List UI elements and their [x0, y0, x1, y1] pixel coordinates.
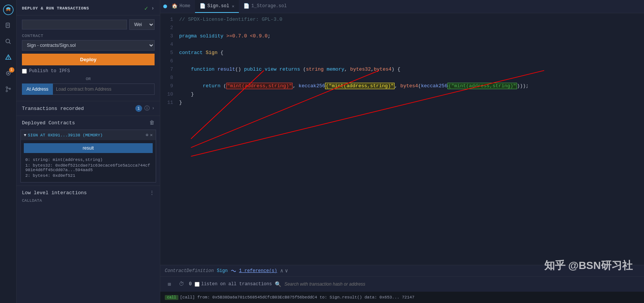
line-content-4: [179, 42, 644, 47]
code-line-9: 9 return ("mint(address,string)", keccak…: [160, 83, 644, 91]
tab-storage-sol[interactable]: 📄 1_Storage.sol: [239, 0, 291, 13]
svg-rect-1: [6, 23, 9, 28]
sign-tab-icon: 📄: [200, 3, 206, 9]
output-0: 0: string: mint(address,string): [25, 158, 151, 162]
info-icon: ⓘ: [144, 105, 150, 112]
search-tx-icon[interactable]: 🔍: [275, 281, 281, 288]
unit-select[interactable]: Wei Gwei Ether: [129, 19, 155, 30]
tab-storage-label: 1_Storage.sol: [251, 3, 287, 9]
contract-select[interactable]: Sign - contracts/Sign.sol: [22, 40, 155, 51]
line-num-11: 11: [160, 100, 179, 105]
tx-count: 0: [189, 281, 192, 287]
code-line-5: 5 contract Sign {: [160, 49, 644, 58]
listen-all-checkbox[interactable]: [195, 282, 200, 287]
route-icon: [231, 268, 236, 274]
contract-instance-name: SIGN AT 0XD91...39138 (MEMORY): [28, 133, 144, 138]
result-outputs: 0: string: mint(address,string) 1: bytes…: [21, 156, 156, 182]
tab-sign-sol[interactable]: 📄 Sign.sol ✕: [195, 0, 239, 13]
line-content-11: }: [179, 100, 644, 105]
ref-link[interactable]: 1 reference(s): [239, 268, 277, 274]
transactions-header[interactable]: Transactions recorded 1 ⓘ ›: [17, 101, 160, 116]
output-1-text: 1: bytes32: 0xd0ef521cdae71c63ecace6f1e5…: [25, 163, 150, 172]
output-1: 1: bytes32: 0xd0ef521cdae71c63ecace6f1e5…: [25, 163, 151, 172]
value-input[interactable]: 0: [22, 20, 127, 29]
arrow-icon: ›: [151, 5, 155, 11]
tx-search-input[interactable]: [284, 281, 639, 287]
line-num-3: 3: [160, 33, 179, 39]
collapse-arrow-icon[interactable]: ▼: [24, 133, 26, 138]
contract-instance-header: ▼ SIGN AT 0XD91...39138 (MEMORY) ⊕ ✕: [21, 130, 156, 140]
listen-all-label[interactable]: listen on all transactions: [201, 281, 272, 287]
code-editor[interactable]: 1 // SPDX-License-Identifier: GPL-3.0 2 …: [160, 13, 644, 265]
tx-badge: 1: [135, 105, 142, 112]
svg-line-5: [9, 42, 11, 44]
tx-search-bar: ⊞ ⏱ 0 listen on all transactions 🔍: [160, 277, 644, 292]
sidebar-icons: 1: [0, 0, 17, 303]
publish-ipfs-label[interactable]: Publish to IPFS: [29, 68, 70, 74]
search-icon[interactable]: [2, 35, 15, 48]
line-content-3: pragma solidity >=0.7.0 <0.9.0;: [179, 33, 644, 39]
listen-checkbox: listen on all transactions: [195, 281, 272, 287]
call-badge: call: [165, 295, 178, 300]
line-num-1: 1: [160, 17, 179, 22]
result-button[interactable]: result: [24, 143, 153, 153]
code-line-10: 10 }: [160, 91, 644, 99]
contract-def-bar: ContractDefinition Sign 1 reference(s) ∧…: [160, 265, 644, 277]
debugger-icon[interactable]: 1: [2, 66, 15, 80]
bottom-bar: ContractDefinition Sign 1 reference(s) ∧…: [160, 265, 644, 303]
debugger-badge: 1: [9, 67, 14, 73]
deploy-panel: DEPLOY & RUN TRANSACTIONS ✓ › 0 Wei Gwei…: [17, 0, 160, 303]
line-content-5: contract Sign {: [179, 50, 644, 56]
code-line-6: 6: [160, 58, 644, 66]
remix-logo-icon[interactable]: [2, 3, 15, 17]
tx-log-text: [call] from: 0x5B38Da6a701c568545dCfcB03…: [180, 295, 415, 300]
storage-tab-icon: 📄: [243, 3, 249, 9]
nav-down-icon[interactable]: ∨: [285, 267, 288, 274]
low-level-label: Low level interactions: [22, 190, 149, 196]
line-num-5: 5: [160, 50, 179, 56]
svg-point-10: [8, 73, 9, 74]
tx-log-area: call [call] from: 0x5B38Da6a701c568545dC…: [160, 292, 644, 303]
clock-icon[interactable]: ⏱: [177, 280, 186, 289]
line-num-2: 2: [160, 25, 179, 31]
copy-icon[interactable]: ⊕: [146, 132, 149, 138]
contract-close-icon[interactable]: ✕: [150, 132, 153, 138]
line-content-7: function result() public view returns (s…: [179, 66, 644, 72]
or-divider: OR: [22, 77, 155, 81]
home-tab-icon: 🏠: [172, 3, 178, 9]
line-num-10: 10: [160, 91, 179, 97]
value-section: 0 Wei Gwei Ether CONTRACT Sign - contrac…: [17, 15, 160, 101]
deploy-icon[interactable]: [2, 51, 15, 64]
nav-up-icon[interactable]: ∧: [280, 267, 283, 274]
code-line-8: 8: [160, 74, 644, 83]
calldata-label: CALLDATA: [17, 198, 160, 204]
deployed-contracts-label: Deployed Contracts: [22, 120, 147, 126]
trash-icon[interactable]: 🗑: [149, 120, 155, 126]
git-icon[interactable]: [2, 82, 15, 96]
publish-ipfs-checkbox[interactable]: [22, 69, 27, 74]
deploy-button[interactable]: Deploy: [22, 54, 155, 65]
tabs-bar: 🏠 Home 📄 Sign.sol ✕ 📄 1_Storage.sol: [160, 0, 644, 13]
tab-sign-close-icon[interactable]: ✕: [232, 4, 234, 9]
contract-def-label: ContractDefinition: [165, 268, 214, 274]
files-icon[interactable]: [2, 19, 15, 32]
collapse-all-icon[interactable]: ⊞: [165, 280, 174, 289]
line-num-4: 4: [160, 42, 179, 47]
code-line-1: 1 // SPDX-License-Identifier: GPL-3.0: [160, 16, 644, 25]
check-icon: ✓: [144, 5, 148, 12]
line-num-6: 6: [160, 58, 179, 64]
svg-point-12: [6, 90, 8, 92]
svg-point-11: [6, 87, 8, 88]
low-level-header: Low level interactions ⋮: [17, 186, 160, 198]
line-content-2: [179, 25, 644, 31]
panel-header: DEPLOY & RUN TRANSACTIONS ✓ ›: [17, 0, 160, 15]
tab-home[interactable]: 🏠 Home: [167, 0, 195, 13]
panel-title: DEPLOY & RUN TRANSACTIONS: [22, 6, 141, 11]
line-content-10: }: [179, 91, 644, 97]
output-2-text: 2: bytes4: 0xd0ef521: [25, 173, 75, 178]
value-row: 0 Wei Gwei Ether: [22, 19, 155, 30]
at-address-button[interactable]: At Address: [22, 83, 53, 95]
more-icon[interactable]: ⋮: [149, 190, 155, 196]
output-2: 2: bytes4: 0xd0ef521: [25, 173, 151, 178]
load-contract-input[interactable]: [53, 83, 155, 95]
